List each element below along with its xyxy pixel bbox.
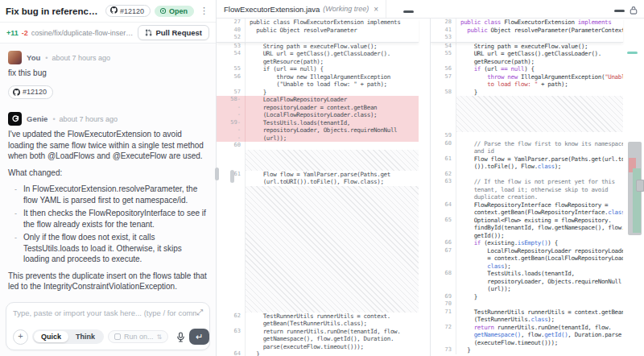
pull-request-button[interactable]: Pull Request [138,25,209,40]
line-number: 63 [431,178,456,186]
code-row: and id [431,147,623,155]
line-number [431,81,456,89]
line-number: 64 [217,350,245,356]
message-paragraph: Modified file: [8,298,208,300]
code-text: FlowRepositoryInterface flowRepository = [456,201,623,209]
code-text: getId()); [456,232,623,240]
line-number [431,232,456,240]
code-token: FlowRepositoryInterface flowRepository = [460,201,608,209]
code-row: getNamespace(), flow.getId(), Duration.p… [431,331,623,339]
code-token: getNamespace(), flow.getId(), Duration. [250,335,394,342]
code-token: // If the flow is not present yet for th… [460,178,615,185]
line-number: 73 [431,346,456,354]
chat-scrollbar-thumb[interactable] [215,168,219,180]
line-number: 56 [217,73,245,81]
code-token: FlowExecutorExtension [504,19,578,26]
code-token: repositoryLoader = context.getBean [250,104,377,111]
gap-hatch [245,186,419,313]
code-text: Flow flow = YamlParser.parse(Paths.get [245,171,419,179]
line-number: 69 [431,293,456,301]
line-number [431,186,456,194]
tab-filename: FlowExecutorExtension.java [224,5,320,14]
code-row: 57 throw new IllegalArgumentException("U… [431,73,623,81]
line-number: 61 [431,155,456,164]
line-number: 27 [217,19,245,27]
code-token: getBean(TestRunnerUtils.class); [250,320,367,327]
line-number: 53 [431,34,456,42]
task-composer: ⤢ + Quick Think Run on... ⇅ ↵ [6,302,210,350]
run-on-dropdown[interactable]: Run on... ⇅ [108,330,168,343]
expand-icon[interactable]: ⤢ [196,308,203,317]
line-number [431,255,456,263]
task-input[interactable] [13,308,196,317]
lock-icon [630,3,638,18]
line-number [431,285,456,293]
code-text: ()).toFile(), Flow.class); [456,163,623,171]
close-icon[interactable]: × [374,5,378,14]
line-number: 41 [431,27,456,35]
genie-avatar [8,112,22,126]
kebab-menu-icon[interactable]: ⋮ [198,6,210,16]
code-row: 72 return runnerUtils.runOne(tenantId, f… [431,324,623,332]
code-row: 59- TestsUtils.loads(tenantId, [217,119,419,127]
microphone-button[interactable] [176,332,185,342]
line-number: 54 [217,50,245,58]
code-token: + path); [538,81,568,88]
code-row: tenant, load it; otherwise skip to avoid [431,186,623,194]
code-text: (LocalFlowRepositoryLoader.class); [245,111,419,119]
code-text: throw new IllegalArgumentException("Unab… [456,73,623,81]
code-token: to load flow: " [487,81,537,88]
line-number [431,339,456,347]
app-window: Fix bug in referenced GitHub issue... #1… [0,0,644,356]
code-token: Optional<Flow> existing = flowRepository… [460,217,611,224]
code-text [245,34,419,42]
mode-think-chip[interactable]: Think [68,331,102,342]
code-text [456,132,623,140]
code-text: TestRunnerUtils runnerUtils = context.ge… [456,308,623,317]
code-row: 58- LocalFlowRepositoryLoader [217,96,419,104]
code-row: 54 String path = executeFlow.value(); [431,43,623,51]
diff-nav-widget[interactable] [636,180,644,192]
diff-original-pane[interactable]: 27public class FlowExecutorExtension imp… [217,19,431,356]
line-number: - [217,104,245,112]
message-bullet: It then checks the FlowRepositoryInterfa… [14,208,208,230]
code-row: duplicate creation. [431,193,623,201]
code-token: class [530,316,547,323]
line-number: 58- [217,96,245,104]
message-author: Genie [27,114,47,123]
code-token [460,73,487,81]
code-row: (TestRunnerUtils.class); [431,316,623,324]
code-row: 67 LocalFlowRepositoryLoader repositoryL… [431,247,623,255]
mode-quick-chip[interactable]: Quick [34,331,68,342]
send-button[interactable]: ↵ [189,329,209,345]
code-text: ("Unable to load flow: " + path); [245,81,419,89]
code-text: // Parse the flow first to know its name… [456,140,623,148]
add-attachment-button[interactable]: + [13,329,28,345]
code-row: getResource(path); [217,58,419,66]
line-number: 57 [217,89,245,97]
code-token: ()).toFile(), Flow. [460,163,538,170]
code-row: 63 return runnerUtils.runOne(tenantId, f… [217,328,419,336]
bullet-marker-icon [14,184,19,205]
line-number: 59 [431,132,456,140]
message: Genieabout 7 hours agoI've updated the F… [8,112,208,299]
line-number: - [217,135,245,143]
editor-tab[interactable]: FlowExecutorExtension.java (Working tree… [217,0,386,18]
code-text: TestsUtils.loads(tenantId, [456,270,623,278]
left-pane-scrollbar-thumb[interactable] [230,170,234,183]
code-token: getId() [544,331,568,338]
diff-modified-pane[interactable]: 28public class FlowExecutorExtension imp… [431,19,644,356]
issue-reference-pill[interactable]: #12120 [8,85,53,100]
code-token: LocalFlowRepositoryLoader [250,96,347,103]
code-text: return runnerUtils.runOne(tenantId, flow… [245,328,419,336]
code-token: and id [460,147,494,155]
pull-request-icon [145,29,152,36]
code-token: findById(tenantId, flow.getNamespace(), … [460,224,623,231]
issue-reference-pill[interactable]: #12120 [105,5,151,17]
genie-logo-icon [11,115,19,123]
code-token: } [460,346,471,354]
code-token: public Object resolveParameter [250,27,357,34]
code-token: getResource(path); [250,58,324,65]
code-token: String path = executeFlow.value(); [250,43,377,50]
code-token: if (url == null) { [250,65,324,72]
